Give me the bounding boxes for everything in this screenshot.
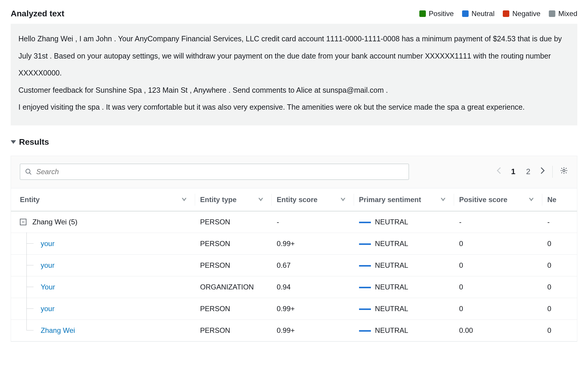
text-token: 1111-0000-1111-0008 has a minimum paymen… <box>326 34 493 44</box>
entity-link[interactable]: Your <box>41 283 55 291</box>
table-row: Zhang WeiPERSON0.99+NEUTRAL0.000 <box>11 319 577 341</box>
cell-entity-score: 0.99+ <box>271 298 354 319</box>
sentiment-bar-icon <box>359 330 371 332</box>
cell-sentiment: NEUTRAL <box>375 261 408 269</box>
analyzed-text-header: Analyzed text Positive Neutral Negative … <box>11 9 577 18</box>
cell-positive-score: 0 <box>454 254 542 276</box>
text-token: your <box>335 52 350 62</box>
text-token: it <box>197 103 200 113</box>
cell-negative-score: 0 <box>542 254 577 276</box>
svg-point-0 <box>26 169 30 173</box>
results-toggle[interactable]: Results <box>11 137 577 147</box>
text-token: at <box>312 86 323 96</box>
col-score-label: Entity score <box>277 196 317 204</box>
text-token: will withdraw <box>172 52 217 62</box>
search-input[interactable] <box>36 168 404 176</box>
text-token: date <box>301 52 316 62</box>
cell-sentiment: NEUTRAL <box>375 326 408 334</box>
sort-icon <box>258 198 263 201</box>
entity-link[interactable]: your <box>41 240 55 248</box>
collapse-toggle[interactable]: – <box>20 219 26 225</box>
sort-icon <box>341 198 345 201</box>
legend-positive: Positive <box>419 10 454 18</box>
col-negative-score[interactable]: Ne <box>542 188 577 211</box>
text-token: the due <box>273 52 301 62</box>
gear-icon <box>560 166 568 175</box>
text-token: credit card account <box>261 34 324 44</box>
legend-positive-label: Positive <box>429 10 454 18</box>
col-positive-label: Positive score <box>459 196 508 204</box>
entity-group-label: Zhang Wei (5) <box>32 218 78 226</box>
legend-negative: Negative <box>503 10 540 18</box>
text-token: was also very expensive. The amenities w… <box>200 103 388 113</box>
text-token: Alice <box>296 86 312 96</box>
text-token: It <box>106 103 110 113</box>
text-token: service <box>388 103 412 113</box>
text-token: 123 Main St <box>148 86 187 96</box>
col-entity-type[interactable]: Entity type <box>195 188 271 211</box>
text-token: spa <box>447 103 459 113</box>
cell-entity-score: 0.99+ <box>271 233 354 254</box>
swatch-neutral-icon <box>462 10 469 17</box>
text-token: AnyCompany Financial Services, LLC <box>135 34 259 44</box>
cell-negative-score: 0 <box>542 298 577 319</box>
text-token: . <box>112 34 118 44</box>
settings-button[interactable] <box>560 166 568 177</box>
col-type-label: Entity type <box>200 196 237 204</box>
results-title: Results <box>19 137 49 147</box>
text-token: a great experience. <box>459 103 525 113</box>
legend-mixed-label: Mixed <box>558 10 577 18</box>
panel-title: Analyzed text <box>11 9 64 18</box>
text-token <box>350 52 352 62</box>
legend-negative-label: Negative <box>512 10 540 18</box>
text-token: your <box>87 52 102 62</box>
cell-entity-score: 0.99+ <box>271 319 354 341</box>
text-token: number <box>396 52 425 62</box>
entity-link[interactable]: Zhang Wei <box>41 326 75 335</box>
pager: 1 2 <box>496 166 568 178</box>
col-entity-label: Entity <box>20 196 40 204</box>
toolbar-divider <box>552 166 553 178</box>
text-token: $24.53 <box>493 34 516 44</box>
col-sentiment-label: Primary sentiment <box>359 196 421 204</box>
cell-entity-type: PERSON <box>195 254 271 276</box>
legend-mixed: Mixed <box>549 10 577 18</box>
caret-down-icon <box>11 140 16 144</box>
text-token: Your <box>118 34 133 44</box>
col-entity[interactable]: Entity <box>11 188 195 211</box>
pager-page-2[interactable]: 2 <box>524 166 532 177</box>
search-box[interactable] <box>20 164 409 180</box>
table-row: yourPERSON0.67NEUTRAL00 <box>11 254 577 276</box>
chevron-right-icon <box>539 166 545 175</box>
cell-entity-score: - <box>271 211 354 233</box>
text-token: Zhang Wei <box>37 34 73 44</box>
text-token: we <box>162 52 172 62</box>
text-token: on <box>264 52 273 62</box>
sentiment-bar-icon <box>359 308 371 310</box>
text-token: Customer <box>18 86 50 96</box>
text-token <box>20 103 23 113</box>
table-row: –Zhang Wei (5)PERSON-NEUTRAL-- <box>11 211 577 233</box>
entity-link[interactable]: your <box>41 261 55 270</box>
cell-entity-type: PERSON <box>195 233 271 254</box>
cell-entity-score: 0.94 <box>271 276 354 298</box>
col-entity-score[interactable]: Entity score <box>271 188 354 211</box>
swatch-positive-icon <box>419 10 426 17</box>
pager-next-button[interactable] <box>539 166 545 177</box>
cell-sentiment: NEUTRAL <box>375 283 408 291</box>
pager-prev-button[interactable] <box>496 166 502 177</box>
col-positive-score[interactable]: Positive score <box>454 188 542 211</box>
pager-page-1[interactable]: 1 <box>509 166 517 177</box>
col-primary-sentiment[interactable]: Primary sentiment <box>354 188 454 211</box>
text-token: enjoyed visiting the <box>23 103 86 113</box>
entity-link[interactable]: your <box>41 305 55 313</box>
cell-negative-score: 0 <box>542 319 577 341</box>
text-token: was very comfortable but <box>110 103 197 113</box>
text-token: . <box>384 86 388 96</box>
text-token: , <box>188 86 193 96</box>
text-token: that is due <box>516 34 554 44</box>
sort-icon <box>529 198 534 201</box>
text-token: feedback for <box>50 86 95 96</box>
col-negative-label: Ne <box>547 196 557 204</box>
cell-sentiment: NEUTRAL <box>375 240 408 248</box>
